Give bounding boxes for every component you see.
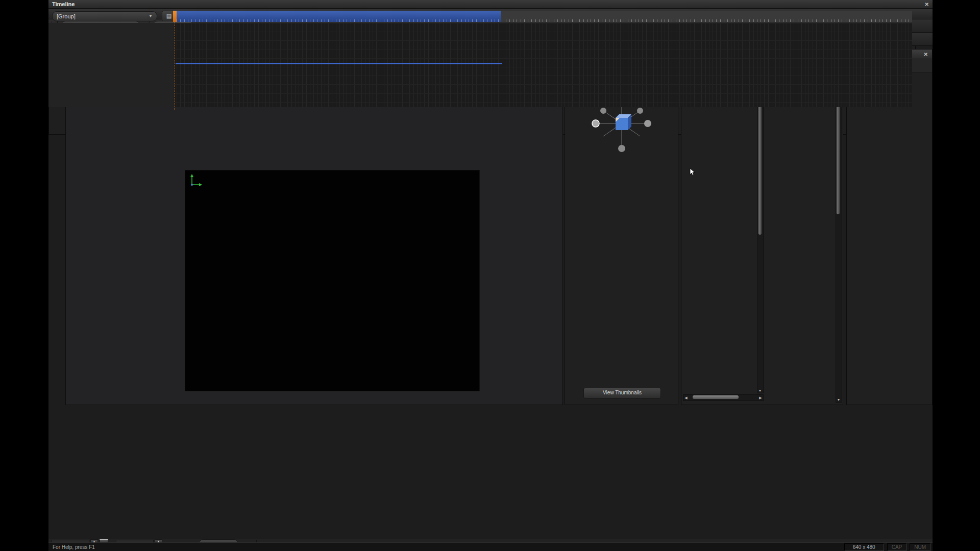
tree-scrollbar[interactable]: ▲ ▼ — [757, 76, 764, 393]
chevron-down-icon: ▼ — [144, 14, 153, 18]
num-indicator: NUM — [910, 543, 930, 551]
timeline-title: Timeline — [52, 1, 75, 7]
viewport[interactable] — [65, 58, 563, 405]
playhead-line — [175, 22, 175, 110]
keyframe-grid[interactable] — [173, 23, 912, 107]
showhide-duration-bar[interactable] — [176, 63, 502, 64]
track-list — [48, 23, 174, 107]
close-icon[interactable]: ✕ — [923, 52, 929, 57]
timeline-object-dropdown[interactable]: [Group] ▼ — [52, 11, 157, 21]
screen: 3D Corel MotionStudio 3D - Untitled-3 — … — [0, 0, 980, 551]
view-thumbnails-button[interactable]: View Thumbnails — [583, 388, 661, 398]
status-help-text: For Help, press F1 — [53, 544, 95, 550]
easypalette-tree — [683, 76, 757, 392]
statusbar: For Help, press F1 640 x 480 CAP NUM — [48, 542, 933, 551]
timeline-ruler[interactable] — [173, 11, 912, 22]
app-window: 3D Corel MotionStudio 3D - Untitled-3 — … — [48, 0, 933, 551]
palette-scrollbar[interactable]: ▲ ▼ — [836, 76, 842, 403]
thumbnail-list — [764, 78, 831, 402]
playhead[interactable] — [173, 11, 177, 22]
caps-indicator: CAP — [887, 543, 907, 551]
resolution-indicator: 640 x 480 — [844, 543, 884, 551]
render-canvas[interactable] — [185, 170, 480, 391]
close-icon[interactable]: ✕ — [925, 2, 929, 7]
mouse-cursor — [690, 168, 696, 176]
tree-hscrollbar[interactable]: ◀ ▶ — [683, 394, 764, 401]
camera-cube-icon — [616, 114, 631, 130]
frame-ticks — [173, 19, 912, 22]
timeline-object-value: [Group] — [57, 13, 76, 19]
axis-gizmo — [188, 172, 206, 190]
